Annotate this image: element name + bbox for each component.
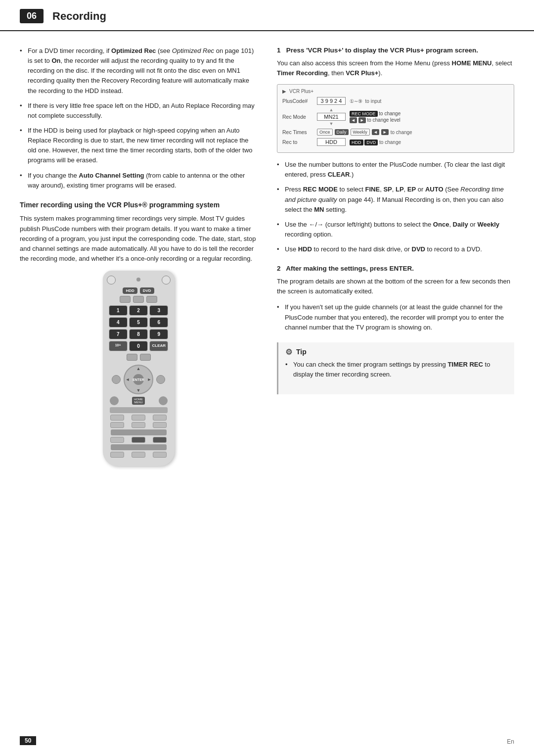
bullet-1: For a DVD timer recording, if Optimized … [20,46,257,96]
vcr-plus-section-body: This system makes programming timer reco… [20,214,257,264]
remote-three-row-3 [107,437,171,443]
vcr-recto-label: Rec to [282,139,313,145]
num-btn-8[interactable]: 8 [129,329,148,339]
tip-heading: ⚙ Tip [285,347,507,357]
vcr-screen-title: ▶ VCR Plus+ [282,89,509,94]
dvd-button[interactable]: DVD [140,287,154,294]
remote-numpad: 1 2 3 4 5 6 7 8 9 10+ 0 CLEAR [109,305,169,351]
remote-nav-wrap: ENTER ▲ ▼ ◄ ► [107,365,171,394]
home-menu-button[interactable]: HOMEMENU [132,397,145,405]
remote-long-btn-1[interactable] [111,429,167,435]
remote-circle-btn-right[interactable] [159,396,168,405]
vcr-plus-screen: ▶ VCR Plus+ PlusCode# 3 9 9 2 4 ①∼⑨ to i… [277,84,514,153]
num-btn-0[interactable]: 0 [129,341,148,351]
tip-bullets: You can check the timer program settings… [285,360,507,379]
num-btn-7[interactable]: 7 [109,329,128,339]
vcr-daily-option: Daily [335,129,349,135]
bullet-2: If there is very little free space left … [20,101,257,121]
remote-wide-btn[interactable] [110,407,168,413]
remote-rect-11[interactable] [132,452,145,458]
step2-bullets: If you haven't set up the guide channels… [277,302,514,332]
remote-rect-8[interactable] [132,437,145,443]
page-title: Recording [52,10,106,23]
vcr-pluscode-field: 3 9 9 2 4 [317,97,346,105]
step2-bullet-1: If you haven't set up the guide channels… [277,302,514,332]
right-bullets: Use the number buttons to enter the Plus… [277,160,514,254]
vcr-pluscode-row: PlusCode# 3 9 9 2 4 ①∼⑨ to input [282,97,509,105]
remote-btn-s2[interactable] [133,296,144,303]
bullet-3: If the HDD is being used for playback or… [20,126,257,166]
remote-control: HDD DVD 1 2 3 4 5 6 7 8 [103,271,175,466]
page-number: 50 [20,736,36,745]
remote-three-row-1 [107,415,171,421]
remote-three-row-4 [107,452,171,458]
remote-small-row1 [107,296,171,303]
vcr-plus-section-heading: Timer recording using the VCR Plus+® pro… [20,200,257,210]
remote-rect-7[interactable] [110,437,124,443]
step2-body: The program details are shown at the bot… [277,277,514,296]
step1-heading: 1 Press 'VCR Plus+' to display the VCR P… [277,46,514,55]
remote-rect-4[interactable] [110,422,124,428]
num-btn-clear[interactable]: CLEAR [149,341,168,351]
left-column: For a DVD timer recording, if Optimized … [20,46,257,466]
remote-rect-6[interactable] [153,422,167,428]
nav-right-arrow[interactable]: ► [146,377,152,382]
vcr-rectimes-row: Rec Times Once Daily Weekly ◄ ► to chang… [282,129,509,136]
num-btn-6[interactable]: 6 [149,317,168,328]
remote-btn-s4[interactable] [127,354,137,361]
remote-rect-3[interactable] [153,415,167,421]
remote-rect-10[interactable] [110,452,124,458]
num-btn-2[interactable]: 2 [129,305,148,316]
num-btn-1[interactable]: 1 [109,305,128,316]
intro-bullets: For a DVD timer recording, if Optimized … [20,46,257,190]
vcr-rectimes-info: to change [391,130,412,135]
vcr-recmode-field: MN21 [317,113,346,121]
vcr-recmode-info2: ◄ ► to change level [350,117,400,123]
remote-btn-s3[interactable] [146,296,157,303]
tip-bullet-1: You can check the timer program settings… [285,360,507,379]
nav-down-arrow[interactable]: ▼ [135,387,141,393]
remote-rect-2[interactable] [132,415,145,421]
remote-right-nav-btn[interactable] [156,375,165,384]
remote-home-row: HOMEMENU [110,396,168,405]
num-btn-10plus[interactable]: 10+ [109,341,128,351]
hdd-button[interactable]: HDD [123,287,137,294]
tip-box: ⚙ Tip You can check the timer program se… [277,342,514,394]
page-header: 06 Recording [0,0,534,31]
remote-left-nav-btn[interactable] [112,375,121,384]
remote-rect-9[interactable] [153,437,167,443]
remote-dot [136,278,140,282]
tip-icon: ⚙ [285,347,292,357]
enter-button[interactable]: ENTER [133,374,144,385]
remote-rect-5[interactable] [132,422,145,428]
remote-rect-1[interactable] [110,415,124,421]
vcr-recmode-label: Rec Mode [282,114,313,120]
vcr-recmode-row: Rec Mode ▲ MN21 ▼ REC MODE to change ◄ ►… [282,107,509,126]
remote-small-row2 [107,354,171,361]
step1-body: You can also access this screen from the… [277,58,514,78]
num-btn-4[interactable]: 4 [109,317,128,328]
remote-circle-btn-left[interactable] [110,396,119,405]
right-bullet-1: Use the number buttons to enter the Plus… [277,160,514,180]
remote-circle-right [162,276,171,284]
remote-btn-s5[interactable] [140,354,151,361]
vcr-weekly-option: Weekly [351,129,370,136]
num-btn-9[interactable]: 9 [149,329,168,339]
right-bullet-4: Use HDD to record to the hard disk drive… [277,244,514,254]
right-bullet-2: Press REC MODE to select FINE, SP, LP, E… [277,185,514,214]
remote-long-btn-2[interactable] [111,444,167,450]
remote-illustration: HDD DVD 1 2 3 4 5 6 7 8 [20,271,257,466]
vcr-pluscode-label: PlusCode# [282,98,313,104]
nav-left-arrow[interactable]: ◄ [125,377,131,382]
tip-label: Tip [296,348,307,356]
remote-circle-left [107,276,116,284]
remote-rect-12[interactable] [153,452,167,458]
vcr-pluscode-info: ①∼⑨ to input [350,98,381,104]
nav-up-arrow[interactable]: ▲ [135,366,141,372]
num-btn-5[interactable]: 5 [129,317,148,328]
right-column: 1 Press 'VCR Plus+' to display the VCR P… [277,46,514,466]
num-btn-3[interactable]: 3 [149,305,168,316]
content-area: For a DVD timer recording, if Optimized … [0,46,534,466]
remote-btn-s1[interactable] [120,296,131,303]
remote-top-row [107,276,171,284]
